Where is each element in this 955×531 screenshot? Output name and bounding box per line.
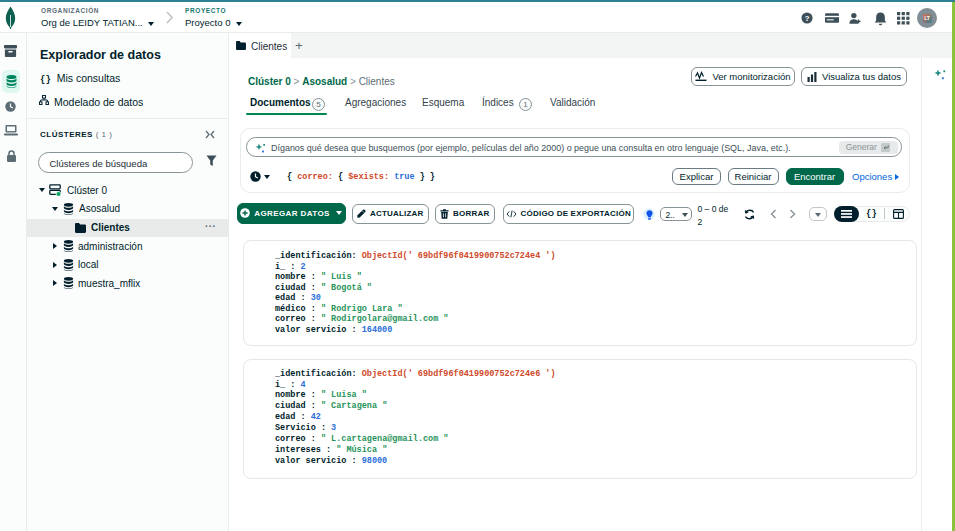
svg-text:?: ?: [805, 14, 810, 23]
